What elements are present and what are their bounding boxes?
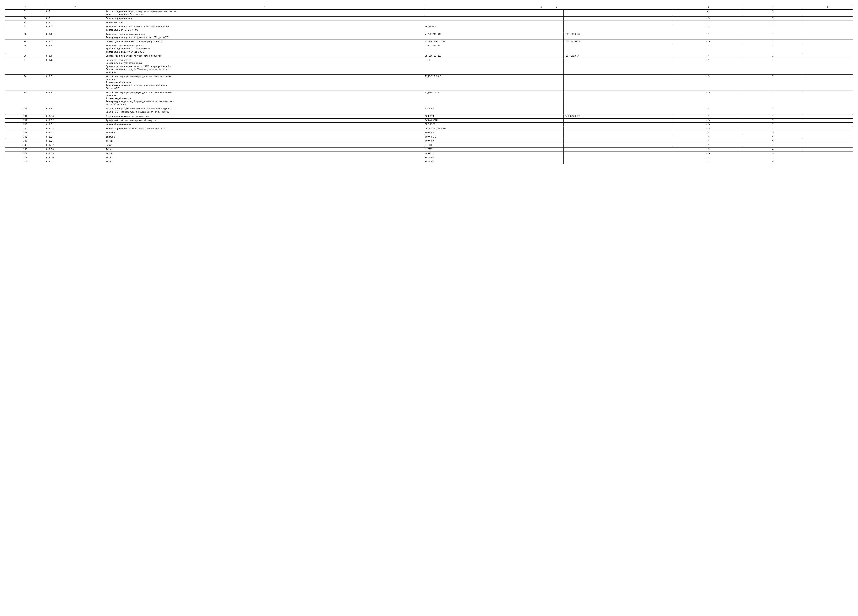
table-row: 956.3.4Термометр (технический прямой)Тру… (5, 44, 853, 54)
cell-col1: 94 (5, 40, 45, 44)
col-header-6: 6 (673, 5, 743, 9)
cell-col1: I02 (5, 118, 45, 123)
table-row: I076.3.I6То жеУСОК 80-"-6 (5, 139, 853, 143)
cell-col3: Шит распределения электроэнергии и управ… (105, 9, 424, 17)
cell-col1: 98 (5, 74, 45, 91)
cell-col2: 6.3.7 (45, 74, 105, 91)
cell-col5: ГОСТ 3029-75 (564, 40, 673, 44)
cell-col1: I03 (5, 123, 45, 127)
cell-col4: ТУДЭ-I.2.50.3 (424, 74, 564, 91)
cell-col2: 6.3.I2 (45, 123, 105, 127)
cell-col3: Конечный выключатель (105, 123, 424, 127)
cell-col8 (803, 17, 853, 21)
cell-col7: I0 (743, 143, 803, 147)
cell-col4: ТБ-2М № I (424, 25, 564, 32)
cell-col7: I (743, 74, 803, 91)
cell-col8 (803, 147, 853, 152)
cell-col2: 6.3.I (45, 25, 105, 32)
cell-col6: -"- (673, 54, 743, 58)
cell-col1: I09 (5, 147, 45, 152)
cell-col8 (803, 54, 853, 58)
cell-col4 (424, 21, 564, 25)
cell-col4: УСОК 8I-2 (424, 135, 564, 139)
cell-col3: Трёхфазный счётчик электрической энергии (105, 118, 424, 123)
cell-col1: 95 (5, 44, 45, 54)
cell-col6: -"- (673, 160, 743, 164)
cell-col4: 2У.266.400.64.60 (424, 40, 564, 44)
table-row: I096.3.I8То жеК II6I-"-4 (5, 147, 853, 152)
cell-col4: ТУДЭ-4.50.3 (424, 91, 564, 107)
cell-col7: I (743, 127, 803, 131)
cell-col5 (564, 17, 673, 21)
cell-col5 (564, 58, 673, 74)
cell-col6: -"- (673, 131, 743, 135)
cell-col6: -"- (673, 91, 743, 107)
cell-col7: I0 (743, 131, 803, 135)
cell-col6: -"- (673, 74, 743, 91)
table-row: 986.3.7Устройство терморегулирующее дила… (5, 74, 853, 91)
cell-col8 (803, 21, 853, 25)
cell-col1: 89 (5, 9, 45, 17)
table-row: I066.3.I5ШпилькаУСОК 8I-2-"-6 (5, 135, 853, 139)
cell-col1: I07 (5, 139, 45, 143)
cell-col3: Кнопка управления 2* штифтовая с надпися… (105, 127, 424, 131)
cell-col3: Оправа (для технического термометра угло… (105, 40, 424, 44)
cell-col4: РТ-3 (424, 58, 564, 74)
cell-col3: То же (105, 156, 424, 160)
cell-col2: 6.3.I6 (45, 139, 105, 143)
cell-col1: 96 (5, 54, 45, 58)
cell-col6: -"- (673, 17, 743, 21)
cell-col2: 6.3.10 (45, 114, 105, 118)
cell-col2: 6.3.20 (45, 156, 105, 160)
cell-col6: -"- (673, 25, 743, 32)
cell-col6: -"- (673, 135, 743, 139)
cell-col7: I (743, 25, 803, 32)
cell-col4: УСОК-53 (424, 131, 564, 135)
cell-col6: шт (673, 9, 743, 17)
cell-col7: 8 (743, 156, 803, 160)
cell-col1: II2 (5, 160, 45, 164)
cell-col5 (564, 74, 673, 91)
cell-col1: 97 (5, 58, 45, 74)
cell-col1: II0 (5, 152, 45, 156)
col-header-2: 2 (45, 5, 105, 9)
cell-col3: Шпилька (105, 135, 424, 139)
cell-col8 (803, 123, 853, 127)
cell-col2: 6.3.2 (45, 32, 105, 40)
cell-col4: ВПК 2II0 (424, 123, 564, 127)
cell-col7: I (743, 32, 803, 40)
cell-col5 (564, 91, 673, 107)
table-row: I086.3.I7ПолкаК II60-"-I0 (5, 143, 853, 147)
cell-col3: Устройство терморегулирующее дилатометри… (105, 91, 424, 107)
table-row: 946.3.3Оправа (для технического термомет… (5, 40, 853, 44)
cell-col2: 6.3.I7 (45, 143, 105, 147)
cell-col3: Устройство терморегулирующее дилатометри… (105, 74, 424, 91)
cell-col1: III (5, 156, 45, 160)
cell-col5 (564, 107, 673, 115)
cell-col2: 6.3.2I (45, 160, 105, 164)
table-row: 976.3.6Регулятор температурыЭлектрически… (5, 58, 853, 74)
cell-col4: УСОК 80 (424, 139, 564, 143)
table-row: I026.3.IIТрёхфазный счётчик электрическо… (5, 118, 853, 123)
cell-col6: -"- (673, 118, 743, 123)
cell-col4: К II6I (424, 147, 564, 152)
cell-col8 (803, 25, 853, 32)
cell-col8 (803, 32, 853, 40)
cell-col5 (564, 147, 673, 152)
table-row: III6.3.20То жеНЛI0-П2-"-8 (5, 156, 853, 160)
column-header-row: I 2 3 4 5 6 7 8 (5, 5, 853, 9)
cell-col3: Оправа (для технического термометра прям… (105, 54, 424, 58)
cell-col7: I (743, 17, 803, 21)
col-header-3: 3 (105, 5, 424, 9)
cell-col6: -"- (673, 58, 743, 74)
cell-col4: НЛ20-П2 (424, 160, 564, 164)
cell-col3: Монтажная зона (105, 21, 424, 25)
cell-col1: 93 (5, 32, 45, 40)
cell-col2: 6.3.5 (45, 54, 105, 58)
table-row: 906.2Панель управления № 4-"-I (5, 17, 853, 21)
table-row: I0I6.3.10Ступенчатый импульсный прерыват… (5, 114, 853, 118)
col-header-4: 4 5 (424, 5, 673, 9)
cell-col7: I (743, 58, 803, 74)
cell-col2: 6.3.6 (45, 58, 105, 74)
cell-col7: 5 (743, 160, 803, 164)
